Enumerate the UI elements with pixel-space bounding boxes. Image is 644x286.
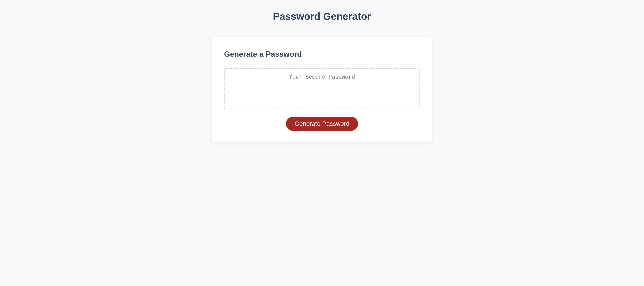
- generator-card: Generate a Password Generate Password: [212, 37, 432, 142]
- divider-bottom: [224, 112, 420, 112]
- divider-top: [224, 65, 420, 65]
- generate-password-button[interactable]: Generate Password: [286, 117, 358, 131]
- page-title: Password Generator: [0, 11, 644, 22]
- button-row: Generate Password: [224, 117, 420, 131]
- card-title: Generate a Password: [224, 50, 420, 59]
- password-output[interactable]: [224, 68, 420, 109]
